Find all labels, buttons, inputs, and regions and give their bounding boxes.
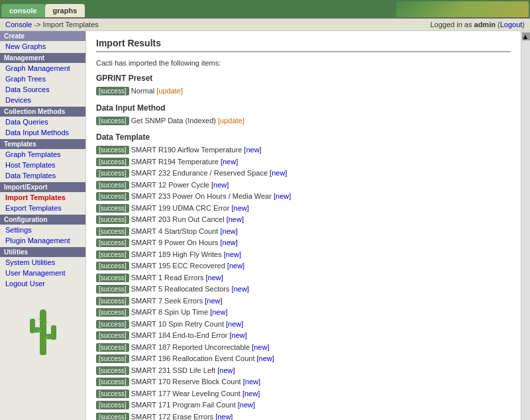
list-item: [success] SMART R190 Airflow Temperature… — [96, 144, 511, 156]
list-item: [success] SMART 12 Power Cycle [new] — [96, 180, 511, 191]
item-tag: [new] — [220, 238, 237, 246]
sidebar-section-import-export: Import/Export — [0, 182, 85, 192]
sidebar-item-devices[interactable]: Devices — [0, 95, 85, 105]
item-tag: [new] — [243, 378, 260, 386]
status-badge: [success] — [96, 262, 129, 270]
item-tag: [new] — [226, 320, 243, 328]
sidebar-item-graph-trees[interactable]: Graph Trees — [0, 74, 85, 84]
item-text: SMART 187 Reported Uncorrectable — [131, 343, 250, 351]
item-tag: [new] — [232, 285, 249, 293]
section-data-template: Data Template — [96, 132, 511, 142]
sidebar-item-new-graphs[interactable]: New Graphs — [0, 41, 85, 52]
item-text: SMART 172 Erase Errors — [131, 413, 213, 421]
status-badge: [success] — [96, 250, 129, 259]
item-text: SMART 199 UDMA CRC Error — [131, 204, 230, 212]
sidebar: Create New Graphs Management Graph Manag… — [0, 31, 86, 420]
item-tag: [new] — [232, 204, 249, 212]
sidebar-item-export-templates[interactable]: Export Templates — [0, 203, 85, 213]
breadcrumb-user: Logged in as admin (Logout) — [430, 21, 525, 28]
top-nav: console graphs — [0, 0, 530, 19]
svg-rect-4 — [51, 325, 56, 340]
section-data-input-method: Data Input Method — [96, 103, 511, 113]
item-text: SMART 1 Read Errors — [131, 274, 204, 282]
item-tag: [new] — [217, 366, 235, 374]
intro-text: Cacti has imported the following items: — [96, 59, 511, 67]
list-item: [success] SMART 9 Power On Hours [new] — [96, 237, 511, 248]
item-tag: [new] — [257, 354, 274, 362]
item-tag: [new] — [252, 343, 269, 351]
breadcrumb-current: Import Templates — [43, 21, 99, 28]
item-tag: [new] — [230, 331, 247, 339]
item-tag: [new] — [205, 297, 222, 305]
breadcrumb: Console -> Import Templates Logged in as… — [0, 19, 530, 31]
sidebar-item-host-templates[interactable]: Host Templates — [0, 160, 85, 170]
item-text: SMART 12 Power Cycle — [131, 181, 209, 189]
item-text: SMART 195 ECC Recovered — [131, 262, 225, 270]
item-tag: [new] — [210, 308, 227, 316]
sidebar-item-data-input-methods[interactable]: Data Input Methods — [0, 127, 85, 138]
list-item: [success] SMART 199 UDMA CRC Error [new] — [96, 203, 511, 214]
list-item: [success] Get SNMP Data (Indexed) [updat… — [96, 115, 511, 127]
item-tag: [new] — [238, 401, 255, 409]
section-gprint-preset: GPRINT Preset — [96, 74, 511, 83]
status-badge: [success] — [96, 158, 129, 166]
status-badge: [success] — [96, 204, 129, 213]
tab-graphs[interactable]: graphs — [45, 4, 85, 17]
sidebar-item-plugin-management[interactable]: Plugin Management — [0, 235, 85, 246]
item-text: SMART 171 Program Fail Count — [131, 401, 236, 409]
sidebar-item-user-management[interactable]: User Management — [0, 268, 85, 278]
status-badge: [success] — [96, 297, 129, 305]
sidebar-item-data-sources[interactable]: Data Sources — [0, 84, 85, 95]
sidebar-item-data-templates[interactable]: Data Templates — [0, 170, 85, 181]
list-item: [success] SMART 232 Endurance / Reserved… — [96, 168, 511, 179]
sidebar-item-import-templates[interactable]: Import Templates — [0, 192, 85, 203]
status-badge: [success] — [96, 87, 129, 95]
item-text: SMART 170 Reserve Block Count — [131, 378, 241, 386]
list-item: [success] SMART 189 High Fly Writes [new… — [96, 249, 511, 260]
sidebar-section-management: Management — [0, 53, 85, 63]
item-text: SMART 233 Power On Hours / Media Wear — [131, 192, 272, 200]
item-text: Normal — [131, 87, 154, 95]
sidebar-item-data-queries[interactable]: Data Queries — [0, 117, 85, 127]
status-badge: [success] — [96, 227, 129, 236]
sidebar-item-settings[interactable]: Settings — [0, 225, 85, 235]
sidebar-item-system-utilities[interactable]: System Utilities — [0, 257, 85, 268]
scroll-up[interactable]: ▲ — [522, 32, 530, 40]
item-tag: [new] — [270, 169, 287, 177]
list-item: [success] SMART 203 Run Out Cancel [new] — [96, 214, 511, 225]
status-badge: [success] — [96, 146, 129, 154]
page-title: Import Results — [96, 38, 511, 52]
list-item: [success] SMART 231 SSD Life Left [new] — [96, 365, 511, 376]
status-badge: [success] — [96, 331, 129, 340]
item-tag: [new] — [215, 413, 233, 421]
status-badge: [success] — [96, 354, 129, 363]
item-text: SMART 4 Start/Stop Count — [131, 227, 219, 235]
status-badge: [success] — [96, 117, 129, 125]
list-item: [success] SMART 10 Spin Retry Count [new… — [96, 319, 511, 330]
item-text: SMART 9 Power On Hours — [131, 238, 219, 246]
item-tag: [new] — [244, 146, 261, 154]
sidebar-item-graph-templates[interactable]: Graph Templates — [0, 149, 85, 160]
item-text: SMART 189 High Fly Writes — [131, 250, 222, 258]
status-badge: [success] — [96, 343, 129, 352]
status-badge: [success] — [96, 215, 129, 224]
list-item: [success] SMART 8 Spin Up Time [new] — [96, 307, 511, 318]
item-tag: [new] — [227, 215, 244, 223]
item-text: SMART 231 SSD Life Left — [131, 366, 215, 374]
list-item: [success] SMART 5 Reallocated Sectors [n… — [96, 284, 511, 295]
logout-link[interactable]: Logout — [500, 21, 523, 28]
breadcrumb-separator: -> — [34, 21, 42, 28]
item-text: SMART 232 Endurance / Reserved Space — [131, 169, 268, 177]
item-text: SMART 7 Seek Errors — [131, 297, 203, 305]
list-item: [success] SMART 187 Reported Uncorrectab… — [96, 342, 511, 353]
scrollbar[interactable]: ▲ ▼ — [521, 31, 530, 420]
list-item: [success] SMART 171 Program Fail Count [… — [96, 399, 511, 411]
svg-point-6 — [40, 309, 46, 315]
tab-console[interactable]: console — [1, 4, 45, 17]
breadcrumb-console[interactable]: Console — [5, 21, 32, 28]
item-text: SMART 8 Spin Up Time — [131, 308, 208, 316]
sidebar-item-graph-management[interactable]: Graph Management — [0, 63, 85, 74]
sidebar-item-logout-user[interactable]: Logout User — [0, 278, 85, 289]
item-tag: [new] — [221, 158, 238, 166]
status-badge: [success] — [96, 401, 129, 409]
